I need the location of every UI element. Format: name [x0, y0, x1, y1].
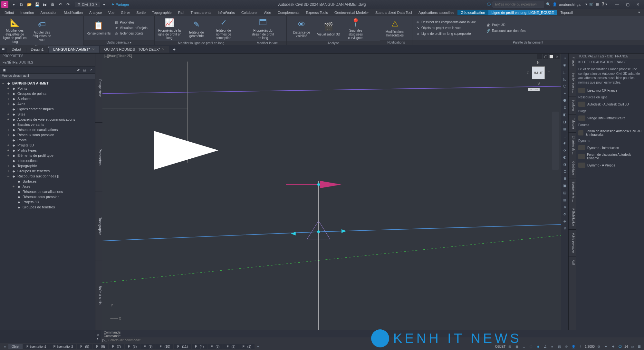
view-dropdown[interactable]: Vue du dessin actif	[0, 74, 95, 79]
saveas-icon[interactable]: 🖬	[41, 1, 48, 8]
menu-g-olocalisation[interactable]: Géolocalisation	[457, 10, 488, 15]
tree-item[interactable]: ◆Ponts	[1, 137, 94, 143]
basket-icon[interactable]: 🛒	[589, 2, 594, 6]
tree-item[interactable]: +◆Points	[1, 86, 94, 91]
expand-icon[interactable]: +	[6, 148, 10, 152]
palette-tab[interactable]: Voirie paysager	[569, 230, 576, 256]
side-tab-boîte à outils[interactable]: Boîte à outils	[95, 261, 102, 330]
geometry-editor-button[interactable]: ✎Editeur de géométrie	[184, 19, 209, 39]
play-overlay-icon[interactable]	[154, 131, 218, 170]
plus-icon[interactable]: ✚	[610, 344, 616, 349]
station-tracker-button[interactable]: 📍Suivi des abscisses curvilignes	[343, 17, 369, 41]
vtool-icon[interactable]: ⊗	[562, 105, 568, 110]
vtool-icon[interactable]: ⬚	[562, 69, 568, 75]
expand-icon[interactable]: +	[6, 117, 10, 121]
layout-tab[interactable]: F - (4)	[192, 344, 207, 349]
info-icon[interactable]: ⓘ	[487, 2, 491, 7]
new-icon[interactable]: 🗋	[18, 1, 25, 8]
vtool-icon[interactable]: ⊛	[562, 225, 568, 231]
palette-tab[interactable]: Réhabilitation	[569, 205, 576, 230]
doctabs-menu-icon[interactable]: ≡	[2, 47, 5, 52]
tree-item[interactable]: ◆Lignes caractéristiques	[1, 106, 94, 112]
layout-tab[interactable]: Présentation1	[23, 344, 50, 349]
grid-icon[interactable]: ▦	[514, 344, 520, 349]
menu-aide[interactable]: Aide	[261, 10, 274, 15]
expand-icon[interactable]: +	[6, 154, 10, 157]
tree-item[interactable]: +◆Topographie	[1, 163, 94, 168]
vtool-icon[interactable]: ⬙	[562, 218, 568, 224]
properties-panel-header[interactable]: PROPRIÉTÉS	[0, 54, 95, 60]
workspace-dropdown[interactable]: ⚙ Civil 3D ▾	[75, 2, 100, 7]
expand-icon[interactable]: +	[6, 102, 10, 106]
vtool-icon[interactable]: ◑	[562, 161, 568, 167]
vtool-icon[interactable]: ◺	[562, 76, 568, 82]
search-icon[interactable]: 🔍	[546, 2, 551, 6]
vtool-icon[interactable]: ⊟	[562, 175, 568, 181]
menu-overflow-icon[interactable]: ▾	[636, 10, 643, 15]
add-view-labels-button[interactable]: 🏷 Ajouter des étiquettes de vue	[29, 19, 55, 43]
palette-link[interactable]: Dynamo - Introduction	[576, 144, 644, 152]
tree-item[interactable]: +◆Eléments de profil type	[1, 153, 94, 158]
isolate-button[interactable]: ◎Isoler des objets	[113, 31, 149, 36]
snap-icon[interactable]: ⊞	[507, 344, 513, 349]
navigation-bar[interactable]	[552, 112, 559, 170]
layout-tab[interactable]: F - (7)	[109, 344, 124, 349]
close-tab-icon[interactable]: ✕	[162, 47, 165, 51]
menu-geotechnical-modeler[interactable]: Geotechnical Modeler	[331, 10, 372, 15]
palette-link[interactable]: Lisez-moi CK France	[576, 86, 644, 94]
menu-ligne-de-profil-en-long-ligne-rouge[interactable]: Ligne de profil en long: LIGNE_ROUGE	[488, 10, 557, 15]
expand-icon[interactable]: +	[6, 133, 10, 137]
palette-tab[interactable]: Equipements ...	[569, 178, 576, 205]
doc-tab[interactable]: BANGUI-DAN AHMET*✕	[49, 46, 99, 53]
vtool-icon[interactable]: ◧	[562, 112, 568, 117]
tree-item[interactable]: –◆BANGUI-DAN AHMET	[1, 81, 94, 86]
expand-icon[interactable]: +	[6, 164, 10, 168]
superimposed-profile-button[interactable]: ≋Ligne de profil en long superposée	[414, 31, 477, 36]
vtool-icon[interactable]: ◉	[562, 62, 568, 68]
tree-item[interactable]: –◆Raccourcis aux données []	[1, 174, 94, 179]
minimize-button[interactable]: —	[612, 1, 622, 8]
clean-icon[interactable]: ▭	[629, 344, 635, 349]
cycling-icon[interactable]: ⟳	[563, 344, 569, 349]
command-input[interactable]	[108, 338, 643, 342]
side-tab-paramètres[interactable]: Paramètres	[95, 123, 102, 192]
expand-icon[interactable]: –	[1, 81, 5, 85]
expand-icon[interactable]: +	[6, 112, 10, 116]
polar-icon[interactable]: ◷	[528, 344, 534, 349]
palette-link[interactable]: Village BIM - Infrastructure	[576, 114, 644, 122]
doc-tab[interactable]: Début	[7, 46, 25, 53]
filter-icon[interactable]: ▼	[603, 344, 609, 349]
layout-tab[interactable]: Objet	[8, 344, 23, 349]
save-icon[interactable]: 💾	[34, 1, 41, 8]
annotation-icon[interactable]: 👤	[571, 344, 576, 349]
cmdline-close[interactable]: ✕▸	[95, 330, 101, 343]
tool-palettes-title[interactable]: TOOL PALETTES - C3D_FRANCE	[576, 54, 644, 59]
lineweight-icon[interactable]: ≡	[549, 344, 555, 349]
qat-dropdown[interactable]: ▾	[10, 1, 17, 8]
layout-tab[interactable]: F - (3)	[207, 344, 223, 349]
layout-tab[interactable]: F - (8)	[125, 344, 140, 349]
data-shortcut-button[interactable]: 🔗Raccourci aux données	[485, 28, 527, 34]
expand-icon[interactable]: +	[6, 169, 10, 173]
vtool-icon[interactable]: ▦	[562, 126, 568, 132]
status-scale[interactable]: 1:2000	[585, 345, 595, 348]
drawing-canvas[interactable]: [–][Haut][Filaire 2D] — ▢ ⬜ ✕	[102, 54, 561, 330]
vtool-icon[interactable]: ⊡	[562, 168, 568, 174]
inquiry-button[interactable]: 📋 Renseignements	[86, 20, 111, 36]
vtool-icon[interactable]: ▣	[562, 183, 568, 188]
palette-link[interactable]: Forum de discussion Autodesk Civil 3D & …	[576, 128, 644, 138]
palette-tab[interactable]: Générique	[569, 158, 576, 178]
palette-link[interactable]: Autodesk - Autodesk Civil 3D	[576, 100, 644, 108]
palette-tab[interactable]: Chemins de ...	[569, 133, 576, 158]
toolspace-icon[interactable]: ▣	[1, 67, 7, 73]
design-check-button[interactable]: ✓Editeur de normes de conception	[211, 17, 236, 41]
tree-item[interactable]: +◆Projets 3D	[1, 143, 94, 148]
tree-item[interactable]: +◆Groupes de points	[1, 91, 94, 96]
tree-item[interactable]: ◆Groupes de fenêtres	[1, 205, 94, 210]
osnap-icon[interactable]: ◉	[535, 344, 541, 349]
vtool-icon[interactable]: ⬡	[562, 83, 568, 89]
expand-icon[interactable]: +	[6, 92, 10, 95]
ortho-icon[interactable]: ⊥	[521, 344, 527, 349]
side-tab-topographie[interactable]: Topographie	[95, 192, 102, 261]
user-label[interactable]: aoabarchinga...	[559, 3, 583, 6]
